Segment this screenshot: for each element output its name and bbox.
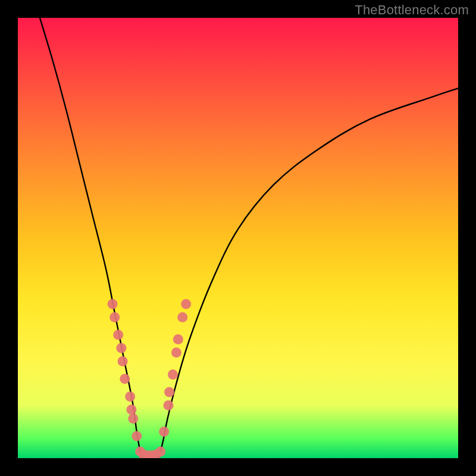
data-point [164,400,174,411]
data-point [125,392,135,402]
data-point [173,334,183,345]
data-point [116,343,126,353]
plot-area [18,18,458,458]
data-point [120,374,130,384]
data-point [168,369,178,380]
data-point [177,312,187,322]
data-point [171,347,181,358]
data-point [181,299,191,309]
data-point [118,356,128,367]
data-point [113,330,123,340]
data-point [159,427,169,437]
plot-svg [18,18,458,458]
data-point [128,414,138,424]
data-point [108,299,118,309]
data-point [126,405,136,415]
data-point [155,446,165,456]
data-point [109,312,120,322]
chart-frame: TheBottleneck.com [0,0,476,476]
gradient-background [18,18,458,458]
watermark-text: TheBottleneck.com [355,2,469,18]
data-point [164,387,174,397]
data-point [131,431,142,441]
